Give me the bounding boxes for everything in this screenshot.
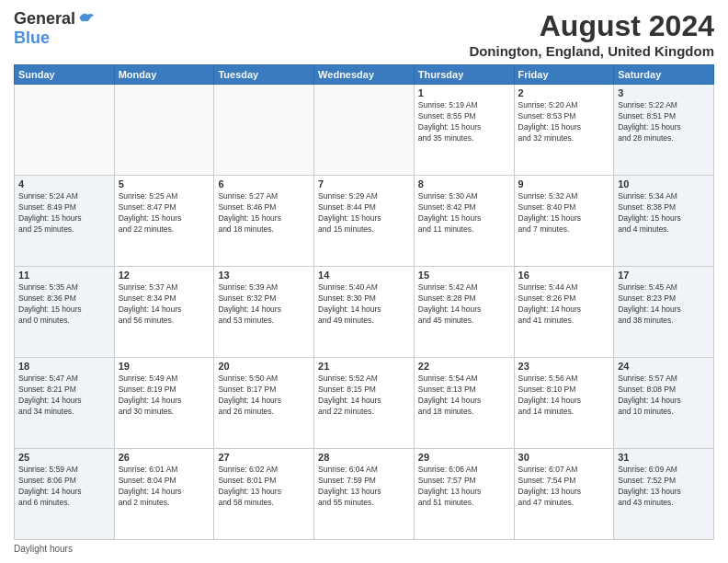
day-info: Sunrise: 5:37 AM Sunset: 8:34 PM Dayligh… [119, 282, 210, 327]
day-number: 26 [119, 452, 210, 463]
day-info: Sunrise: 6:09 AM Sunset: 7:52 PM Dayligh… [618, 465, 710, 509]
day-info: Sunrise: 5:27 AM Sunset: 8:46 PM Dayligh… [218, 191, 310, 236]
calendar-cell: 2Sunrise: 5:20 AM Sunset: 8:53 PM Daylig… [514, 85, 614, 176]
day-info: Sunrise: 5:22 AM Sunset: 8:51 PM Dayligh… [618, 100, 710, 144]
day-number: 23 [518, 361, 610, 372]
day-number: 18 [18, 361, 110, 372]
header: General Blue August 2024 Donington, Engl… [14, 9, 714, 59]
day-number: 24 [618, 361, 710, 372]
day-info: Sunrise: 5:24 AM Sunset: 8:49 PM Dayligh… [18, 191, 110, 236]
day-info: Sunrise: 6:01 AM Sunset: 8:04 PM Dayligh… [119, 465, 210, 509]
day-number: 11 [18, 270, 110, 281]
day-info: Sunrise: 5:47 AM Sunset: 8:21 PM Dayligh… [18, 373, 110, 418]
day-info: Sunrise: 5:30 AM Sunset: 8:42 PM Dayligh… [418, 191, 510, 236]
day-info: Sunrise: 5:42 AM Sunset: 8:28 PM Dayligh… [418, 282, 510, 327]
day-info: Sunrise: 5:44 AM Sunset: 8:26 PM Dayligh… [518, 282, 610, 327]
day-number: 16 [518, 270, 610, 281]
calendar-cell: 29Sunrise: 6:06 AM Sunset: 7:57 PM Dayli… [414, 449, 514, 540]
day-info: Sunrise: 5:19 AM Sunset: 8:55 PM Dayligh… [418, 100, 510, 144]
header-thursday: Thursday [414, 65, 514, 85]
calendar-cell: 31Sunrise: 6:09 AM Sunset: 7:52 PM Dayli… [614, 449, 714, 540]
calendar-week-row-0: 1Sunrise: 5:19 AM Sunset: 8:55 PM Daylig… [15, 85, 714, 176]
day-number: 19 [119, 361, 210, 372]
day-info: Sunrise: 6:06 AM Sunset: 7:57 PM Dayligh… [418, 465, 510, 509]
day-number: 27 [218, 452, 310, 463]
calendar-week-row-1: 4Sunrise: 5:24 AM Sunset: 8:49 PM Daylig… [15, 176, 714, 267]
day-number: 3 [618, 87, 710, 98]
calendar-cell: 13Sunrise: 5:39 AM Sunset: 8:32 PM Dayli… [214, 267, 314, 358]
day-number: 29 [418, 452, 510, 463]
day-number: 4 [18, 178, 110, 190]
header-sunday: Sunday [15, 65, 115, 85]
calendar-cell: 3Sunrise: 5:22 AM Sunset: 8:51 PM Daylig… [614, 85, 714, 176]
header-saturday: Saturday [614, 65, 714, 85]
calendar-cell: 20Sunrise: 5:50 AM Sunset: 8:17 PM Dayli… [214, 358, 314, 449]
day-info: Sunrise: 6:07 AM Sunset: 7:54 PM Dayligh… [518, 465, 610, 509]
calendar-cell [15, 85, 115, 176]
calendar-cell: 19Sunrise: 5:49 AM Sunset: 8:19 PM Dayli… [114, 358, 214, 449]
day-info: Sunrise: 5:20 AM Sunset: 8:53 PM Dayligh… [518, 100, 610, 144]
day-number: 21 [318, 361, 410, 372]
day-number: 30 [518, 452, 610, 463]
calendar-cell: 17Sunrise: 5:45 AM Sunset: 8:23 PM Dayli… [614, 267, 714, 358]
logo: General Blue [14, 9, 96, 48]
calendar-cell: 27Sunrise: 6:02 AM Sunset: 8:01 PM Dayli… [214, 449, 314, 540]
calendar-cell: 7Sunrise: 5:29 AM Sunset: 8:44 PM Daylig… [314, 176, 415, 267]
day-number: 28 [318, 452, 410, 463]
calendar-cell: 12Sunrise: 5:37 AM Sunset: 8:34 PM Dayli… [114, 267, 214, 358]
page: General Blue August 2024 Donington, Engl… [0, 0, 728, 563]
day-info: Sunrise: 5:35 AM Sunset: 8:36 PM Dayligh… [18, 282, 110, 327]
day-number: 6 [218, 178, 310, 190]
day-number: 14 [318, 270, 410, 281]
calendar-cell: 30Sunrise: 6:07 AM Sunset: 7:54 PM Dayli… [514, 449, 614, 540]
calendar-cell: 18Sunrise: 5:47 AM Sunset: 8:21 PM Dayli… [15, 358, 115, 449]
day-number: 25 [18, 452, 110, 463]
day-info: Sunrise: 5:40 AM Sunset: 8:30 PM Dayligh… [318, 282, 410, 327]
calendar-cell [214, 85, 314, 176]
calendar-table: Sunday Monday Tuesday Wednesday Thursday… [14, 64, 714, 540]
calendar-cell: 16Sunrise: 5:44 AM Sunset: 8:26 PM Dayli… [514, 267, 614, 358]
day-info: Sunrise: 5:25 AM Sunset: 8:47 PM Dayligh… [119, 191, 210, 236]
calendar-cell: 11Sunrise: 5:35 AM Sunset: 8:36 PM Dayli… [15, 267, 115, 358]
logo-blue-text: Blue [14, 29, 50, 48]
day-info: Sunrise: 5:57 AM Sunset: 8:08 PM Dayligh… [618, 373, 710, 418]
day-info: Sunrise: 5:32 AM Sunset: 8:40 PM Dayligh… [518, 191, 610, 236]
calendar-cell [314, 85, 415, 176]
header-wednesday: Wednesday [314, 65, 415, 85]
day-info: Sunrise: 5:52 AM Sunset: 8:15 PM Dayligh… [318, 373, 410, 418]
day-number: 9 [518, 178, 610, 190]
calendar-cell: 25Sunrise: 5:59 AM Sunset: 8:06 PM Dayli… [15, 449, 115, 540]
calendar-cell: 10Sunrise: 5:34 AM Sunset: 8:38 PM Dayli… [614, 176, 714, 267]
logo-general-text: General [14, 9, 75, 29]
day-info: Sunrise: 5:39 AM Sunset: 8:32 PM Dayligh… [218, 282, 310, 327]
day-number: 12 [119, 270, 210, 281]
calendar-week-row-4: 25Sunrise: 5:59 AM Sunset: 8:06 PM Dayli… [15, 449, 714, 540]
calendar-cell: 4Sunrise: 5:24 AM Sunset: 8:49 PM Daylig… [15, 176, 115, 267]
day-info: Sunrise: 5:56 AM Sunset: 8:10 PM Dayligh… [518, 373, 610, 418]
day-number: 17 [618, 270, 710, 281]
calendar-cell: 24Sunrise: 5:57 AM Sunset: 8:08 PM Dayli… [614, 358, 714, 449]
calendar-cell: 26Sunrise: 6:01 AM Sunset: 8:04 PM Dayli… [114, 449, 214, 540]
day-info: Sunrise: 5:45 AM Sunset: 8:23 PM Dayligh… [618, 282, 710, 327]
header-monday: Monday [114, 65, 214, 85]
calendar-cell: 5Sunrise: 5:25 AM Sunset: 8:47 PM Daylig… [114, 176, 214, 267]
day-number: 1 [418, 87, 510, 98]
calendar-cell: 8Sunrise: 5:30 AM Sunset: 8:42 PM Daylig… [414, 176, 514, 267]
calendar-cell: 14Sunrise: 5:40 AM Sunset: 8:30 PM Dayli… [314, 267, 415, 358]
calendar-cell: 15Sunrise: 5:42 AM Sunset: 8:28 PM Dayli… [414, 267, 514, 358]
day-number: 22 [418, 361, 510, 372]
day-number: 7 [318, 178, 410, 190]
day-number: 13 [218, 270, 310, 281]
calendar-cell: 9Sunrise: 5:32 AM Sunset: 8:40 PM Daylig… [514, 176, 614, 267]
calendar-header-row: Sunday Monday Tuesday Wednesday Thursday… [15, 65, 714, 85]
calendar-cell: 1Sunrise: 5:19 AM Sunset: 8:55 PM Daylig… [414, 85, 514, 176]
calendar-week-row-2: 11Sunrise: 5:35 AM Sunset: 8:36 PM Dayli… [15, 267, 714, 358]
calendar-week-row-3: 18Sunrise: 5:47 AM Sunset: 8:21 PM Dayli… [15, 358, 714, 449]
day-number: 20 [218, 361, 310, 372]
day-number: 8 [418, 178, 510, 190]
calendar-cell: 22Sunrise: 5:54 AM Sunset: 8:13 PM Dayli… [414, 358, 514, 449]
day-info: Sunrise: 5:54 AM Sunset: 8:13 PM Dayligh… [418, 373, 510, 418]
day-info: Sunrise: 6:04 AM Sunset: 7:59 PM Dayligh… [318, 465, 410, 509]
calendar-cell: 23Sunrise: 5:56 AM Sunset: 8:10 PM Dayli… [514, 358, 614, 449]
day-info: Sunrise: 5:59 AM Sunset: 8:06 PM Dayligh… [18, 465, 110, 509]
